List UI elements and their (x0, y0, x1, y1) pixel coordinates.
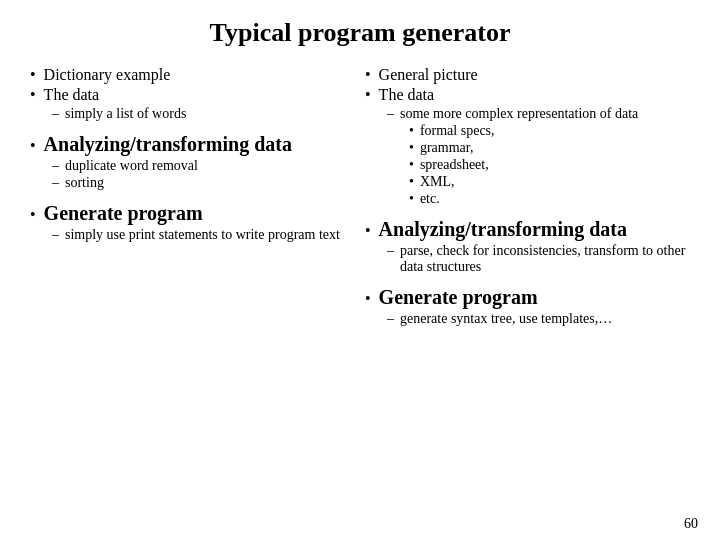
item-label-large: Generate program (44, 202, 203, 225)
list-item: • Generate program (365, 286, 690, 309)
sub-sub-item: • XML, (409, 174, 690, 190)
bullet-icon: • (409, 157, 414, 173)
sub-sub-item-label: spreadsheet, (420, 157, 489, 173)
list-item: • Dictionary example (30, 66, 355, 84)
sub-item: – sorting (52, 175, 355, 191)
bullet-icon: • (409, 140, 414, 156)
sub-item-label: simply use print statements to write pro… (65, 227, 340, 243)
left-section-1: • Dictionary example • The data – simply… (30, 66, 355, 123)
sub-sub-item-label: XML, (420, 174, 455, 190)
list-item: • The data (365, 86, 690, 104)
bullet-icon: • (365, 290, 371, 308)
bullet-icon: • (30, 86, 36, 104)
right-section-1: • General picture • The data – some more… (365, 66, 690, 208)
list-item: • General picture (365, 66, 690, 84)
item-label-large: Analyzing/transforming data (379, 218, 627, 241)
sub-item: – generate syntax tree, use templates,… (387, 311, 690, 327)
right-column: • General picture • The data – some more… (365, 66, 690, 522)
page: Typical program generator • Dictionary e… (0, 0, 720, 540)
sub-item-label: some more complex representation of data (400, 106, 638, 122)
dash-icon: – (387, 243, 394, 259)
sub-item-label: duplicate word removal (65, 158, 198, 174)
list-item: • Analyzing/transforming data (30, 133, 355, 156)
dash-icon: – (52, 175, 59, 191)
columns: • Dictionary example • The data – simply… (30, 66, 690, 522)
left-section-2: • Analyzing/transforming data – duplicat… (30, 133, 355, 192)
bullet-icon: • (365, 86, 371, 104)
dash-icon: – (52, 106, 59, 122)
sub-sub-item-label: formal specs, (420, 123, 495, 139)
sub-item: – some more complex representation of da… (387, 106, 690, 122)
item-label: General picture (379, 66, 478, 84)
bullet-icon: • (365, 66, 371, 84)
bullet-icon: • (30, 137, 36, 155)
item-label-large: Generate program (379, 286, 538, 309)
bullet-icon: • (409, 191, 414, 207)
bullet-icon: • (365, 222, 371, 240)
sub-item: – parse, check for inconsistencies, tran… (387, 243, 690, 275)
list-item: • The data (30, 86, 355, 104)
sub-item: – simply use print statements to write p… (52, 227, 355, 243)
right-section-3: • Generate program – generate syntax tre… (365, 286, 690, 328)
sub-item-label: parse, check for inconsistencies, transf… (400, 243, 690, 275)
sub-sub-item: • etc. (409, 191, 690, 207)
sub-sub-item: • formal specs, (409, 123, 690, 139)
bullet-icon: • (30, 206, 36, 224)
list-item: • Generate program (30, 202, 355, 225)
sub-sub-item-label: etc. (420, 191, 440, 207)
item-label: The data (44, 86, 100, 104)
sub-item-label: simply a list of words (65, 106, 186, 122)
bullet-icon: • (409, 123, 414, 139)
sub-item: – simply a list of words (52, 106, 355, 122)
dash-icon: – (52, 227, 59, 243)
page-number: 60 (684, 516, 698, 532)
sub-sub-item: • grammar, (409, 140, 690, 156)
sub-item-label: sorting (65, 175, 104, 191)
item-label: Dictionary example (44, 66, 171, 84)
right-section-2: • Analyzing/transforming data – parse, c… (365, 218, 690, 276)
dash-icon: – (52, 158, 59, 174)
sub-item: – duplicate word removal (52, 158, 355, 174)
item-label: The data (379, 86, 435, 104)
list-item: • Analyzing/transforming data (365, 218, 690, 241)
left-column: • Dictionary example • The data – simply… (30, 66, 355, 522)
sub-sub-item-label: grammar, (420, 140, 473, 156)
item-label-large: Analyzing/transforming data (44, 133, 292, 156)
dash-icon: – (387, 311, 394, 327)
sub-item-label: generate syntax tree, use templates,… (400, 311, 612, 327)
sub-sub-item: • spreadsheet, (409, 157, 690, 173)
dash-icon: – (387, 106, 394, 122)
bullet-icon: • (30, 66, 36, 84)
bullet-icon: • (409, 174, 414, 190)
page-title: Typical program generator (30, 18, 690, 48)
left-section-3: • Generate program – simply use print st… (30, 202, 355, 244)
